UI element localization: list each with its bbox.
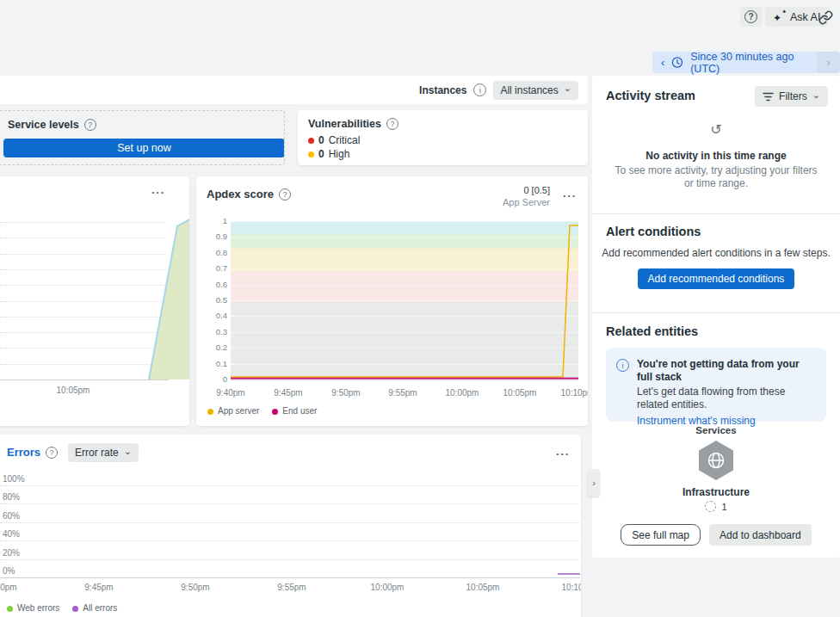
instances-toolbar: Instances i All instances ⌄ bbox=[0, 76, 588, 104]
vulnerabilities-critical-row: 0 Critical bbox=[308, 134, 360, 146]
service-levels-card: Service levels ? Set up now bbox=[0, 110, 285, 165]
link-icon bbox=[818, 10, 833, 25]
y-tick: 0.1 bbox=[198, 359, 227, 368]
filters-button[interactable]: Filters ⌄ bbox=[755, 86, 828, 107]
chart-menu-button[interactable]: ··· bbox=[563, 190, 577, 201]
time-back-icon[interactable]: ‹ bbox=[661, 57, 664, 68]
apdex-title: Apdex score ? bbox=[207, 188, 291, 201]
x-tick: 9:50pm bbox=[177, 583, 213, 592]
x-tick: 9:40pm bbox=[213, 388, 249, 398]
sidebar-collapse-handle[interactable]: › bbox=[588, 469, 600, 497]
x-tick: 10:05pm bbox=[463, 583, 503, 592]
activity-empty-body: To see more activity, try adjusting your… bbox=[592, 164, 840, 190]
apm-summary-page: ? ✦ ✦ Ask AI ‹ Since 30 minutes ago (UTC… bbox=[0, 0, 840, 617]
x-tick: 10:00pm bbox=[368, 583, 407, 592]
apdex-score-card[interactable]: Apdex score ? 0 [0.5] App Server ··· 1 0… bbox=[196, 176, 588, 426]
related-entities-title: Related entities bbox=[606, 324, 698, 338]
filter-icon bbox=[763, 92, 774, 102]
y-tick: 20% bbox=[3, 548, 20, 558]
clipped-chart-card[interactable]: ··· 10:05pm bbox=[0, 176, 189, 426]
clock-icon bbox=[671, 56, 683, 69]
vulnerabilities-title: Vulnerabilities ? bbox=[308, 118, 398, 130]
y-tick: 100% bbox=[3, 474, 25, 484]
service-hexagon-icon[interactable] bbox=[696, 439, 736, 482]
help-icon: ? bbox=[744, 10, 757, 23]
x-tick: 9:40pm bbox=[0, 583, 21, 592]
critical-dot-icon bbox=[308, 138, 314, 144]
chevron-down-icon: ⌄ bbox=[564, 85, 571, 91]
x-tick: 9:55pm bbox=[385, 388, 421, 398]
service-levels-title: Service levels ? bbox=[8, 119, 96, 131]
see-full-map-button[interactable]: See full map bbox=[621, 524, 701, 546]
chevron-down-icon: ⌄ bbox=[812, 92, 820, 98]
y-tick: 0% bbox=[3, 566, 15, 576]
instances-info-icon[interactable]: i bbox=[473, 83, 486, 96]
x-tick: 9:50pm bbox=[328, 388, 364, 398]
y-tick: 0.9 bbox=[198, 231, 227, 241]
high-dot-icon bbox=[308, 151, 314, 157]
y-tick: 0.7 bbox=[198, 263, 227, 273]
errors-plot-area[interactable]: 100% 80% 60% 40% 20% 0% 9:40pm 9:45pm 9:… bbox=[0, 435, 580, 617]
y-tick: 0.5 bbox=[198, 295, 227, 305]
y-tick: 1 bbox=[198, 216, 227, 225]
infra-dashed-circle-icon[interactable] bbox=[705, 501, 716, 512]
apdex-current-value: 0 [0.5] App Server bbox=[503, 184, 550, 208]
y-tick: 0.8 bbox=[198, 248, 227, 257]
y-tick: 0.3 bbox=[198, 327, 227, 336]
undo-icon: ↺ bbox=[592, 121, 840, 138]
activity-stream-title: Activity stream bbox=[606, 89, 695, 102]
y-tick: 0.2 bbox=[198, 342, 227, 352]
app-server-dot-icon bbox=[207, 409, 213, 415]
apdex-series bbox=[231, 221, 578, 379]
errors-card[interactable]: Errors ? Error rate ⌄ ··· 100% 80% 60% 4… bbox=[0, 435, 581, 617]
end-user-dot-icon bbox=[272, 409, 278, 415]
time-forward-button[interactable]: › bbox=[817, 52, 840, 73]
x-tick: 10:05pm bbox=[30, 386, 116, 395]
x-tick: 9:55pm bbox=[274, 583, 310, 592]
x-tick: 10:10pm bbox=[559, 583, 581, 592]
alert-conditions-title: Alert conditions bbox=[606, 225, 701, 238]
services-label: Services bbox=[592, 425, 840, 435]
y-tick: 0 bbox=[198, 374, 227, 384]
full-stack-info-box: i You're not getting data from your full… bbox=[606, 348, 826, 422]
help-icon[interactable]: ? bbox=[279, 188, 291, 201]
help-button[interactable]: ? bbox=[740, 7, 762, 27]
sparkle-icon: ✦ ✦ bbox=[773, 11, 785, 23]
x-tick: 10:00pm bbox=[442, 388, 482, 398]
y-tick: 0.4 bbox=[198, 311, 227, 320]
info-icon: i bbox=[616, 359, 629, 372]
y-tick: 80% bbox=[3, 492, 20, 502]
info-box-body: Let's get data flowing from these relate… bbox=[637, 386, 813, 411]
help-icon[interactable]: ? bbox=[386, 118, 398, 130]
permalink-button[interactable] bbox=[814, 7, 837, 28]
x-tick: 10:05pm bbox=[500, 388, 540, 398]
time-range-label: Since 30 minutes ago (UTC) bbox=[690, 51, 816, 75]
chevron-right-icon: › bbox=[592, 478, 596, 488]
instances-dropdown[interactable]: All instances ⌄ bbox=[493, 81, 578, 100]
apdex-legend: App server End user bbox=[207, 406, 317, 416]
add-to-dashboard-button[interactable]: Add to dashboard bbox=[709, 524, 812, 546]
all-errors-dot-icon bbox=[72, 606, 78, 612]
infra-count: 1 bbox=[721, 502, 726, 512]
web-errors-dot-icon bbox=[7, 606, 13, 612]
right-sidebar: Activity stream Filters ⌄ ↺ No activity … bbox=[592, 76, 840, 558]
instances-label: Instances bbox=[419, 84, 466, 96]
infrastructure-label: Infrastructure bbox=[592, 486, 840, 498]
service-levels-setup-button[interactable]: Set up now bbox=[3, 139, 285, 157]
help-icon[interactable]: ? bbox=[84, 119, 96, 131]
x-tick: 9:45pm bbox=[270, 388, 306, 398]
y-tick: 40% bbox=[3, 529, 20, 539]
vulnerabilities-card: Vulnerabilities ? 0 Critical 0 High bbox=[298, 110, 588, 165]
chevron-right-icon: › bbox=[826, 56, 830, 69]
apdex-plot-area[interactable]: 1 0.9 0.8 0.7 0.6 0.5 0.4 0.3 0.2 0.1 0 … bbox=[231, 221, 578, 379]
vulnerabilities-high-row: 0 High bbox=[308, 148, 349, 160]
x-tick: 10:10pm bbox=[558, 388, 588, 398]
add-recommended-conditions-button[interactable]: Add recommended conditions bbox=[638, 268, 795, 289]
x-tick: 9:45pm bbox=[81, 583, 117, 592]
y-tick: 60% bbox=[3, 511, 20, 521]
all-errors-series bbox=[558, 573, 580, 575]
alert-conditions-body: Add recommended alert conditions in a fe… bbox=[592, 247, 840, 259]
activity-empty-title: No activity in this time range bbox=[592, 150, 840, 162]
y-tick: 0.6 bbox=[198, 280, 227, 289]
time-picker[interactable]: ‹ Since 30 minutes ago (UTC) ⌄ bbox=[652, 52, 840, 73]
